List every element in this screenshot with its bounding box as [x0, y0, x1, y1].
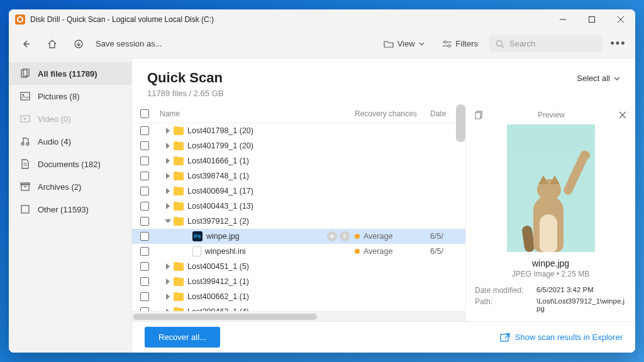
preview-header: Preview [475, 111, 626, 119]
row-checkbox[interactable] [136, 262, 153, 271]
back-button[interactable] [15, 33, 36, 55]
view-dropdown[interactable]: View [377, 35, 431, 52]
expand-caret-icon[interactable] [166, 278, 170, 285]
table-rows: Lost401798_1 (20) Lost401799_1 (20) Lost… [132, 123, 465, 311]
sidebar-item-documents[interactable]: Documents (182) [9, 153, 131, 175]
more-button[interactable]: ••• [608, 37, 629, 50]
preview-close-button[interactable] [619, 111, 626, 119]
col-name[interactable]: Name [153, 109, 355, 118]
preview-meta: JPEG Image • 2.25 MB [475, 270, 626, 278]
maximize-button[interactable] [577, 9, 606, 30]
main-header: Quick Scan 11789 files / 2.65 GB Select … [132, 58, 635, 104]
sidebar-item-label: Audio (4) [38, 137, 71, 146]
expand-caret-icon[interactable] [166, 173, 170, 179]
row-name: Lost400443_1 (13) [153, 202, 355, 211]
sidebar-item-video[interactable]: Video (0) [9, 107, 131, 130]
minimize-button[interactable] [548, 9, 577, 30]
eye-badge-icon: 👁 [327, 231, 337, 241]
file-table: Name Recovery chances Date Lost401798_1 … [132, 104, 465, 321]
filters-button[interactable]: Filters [436, 35, 484, 52]
ini-file-icon [192, 246, 201, 256]
row-checkbox[interactable] [136, 141, 153, 150]
row-name: Lost397912_1 (2) [153, 217, 355, 226]
folder-icon [174, 187, 184, 195]
video-icon [20, 114, 30, 124]
table-row[interactable]: Lost401799_1 (20) [132, 138, 465, 153]
sidebar-item-archives[interactable]: Archives (2) [9, 175, 131, 198]
expand-caret-icon[interactable] [165, 219, 171, 223]
expand-caret-icon[interactable] [166, 203, 170, 209]
expand-caret-icon[interactable] [166, 128, 170, 134]
home-button[interactable] [42, 33, 63, 55]
svg-point-10 [497, 40, 502, 46]
table-row[interactable]: Pswinpe.jpg👁# Average 6/5/ [132, 229, 465, 244]
col-recovery[interactable]: Recovery chances [355, 109, 430, 118]
sidebar-item-pictures[interactable]: Pictures (8) [9, 85, 131, 107]
close-button[interactable] [606, 9, 635, 30]
row-checkbox[interactable] [136, 156, 153, 165]
row-checkbox[interactable] [136, 202, 153, 211]
table-row[interactable]: Lost400451_1 (5) [132, 259, 465, 274]
sidebar-item-all-files[interactable]: All files (11789) [9, 62, 131, 85]
row-checkbox[interactable] [136, 217, 153, 226]
table-row[interactable]: winpeshl.ini Average 6/5/ [132, 244, 465, 259]
table-row[interactable]: Lost400662_1 (1) [132, 289, 465, 304]
audio-icon [20, 136, 30, 146]
svg-point-17 [21, 143, 24, 145]
table-row[interactable]: Lost400694_1 (17) [132, 184, 465, 199]
folder-icon [174, 263, 184, 271]
row-label: Lost399412_1 (1) [187, 277, 249, 286]
row-name: Lost399412_1 (1) [153, 277, 355, 286]
svg-rect-29 [501, 334, 508, 341]
picture-icon [20, 91, 30, 101]
table-row[interactable]: Lost398748_1 (1) [132, 168, 465, 184]
save-session-label[interactable]: Save session as... [96, 39, 162, 48]
copy-icon[interactable] [475, 111, 484, 119]
row-date: 6/5/ [430, 232, 465, 241]
hash-badge-icon: # [340, 231, 350, 241]
row-label: Lost397912_1 (2) [187, 217, 249, 226]
row-checkbox[interactable] [136, 292, 153, 301]
sidebar-item-audio[interactable]: Audio (4) [9, 130, 131, 153]
svg-line-11 [502, 45, 504, 48]
expand-caret-icon[interactable] [166, 143, 170, 149]
expand-caret-icon[interactable] [166, 158, 170, 164]
table-row[interactable]: Lost400443_1 (13) [132, 199, 465, 214]
row-name: Lost400662_1 (1) [153, 292, 355, 301]
search-icon [496, 40, 504, 48]
vertical-scrollbar[interactable] [456, 104, 465, 142]
header-checkbox[interactable] [136, 109, 153, 118]
row-badges: 👁# [327, 231, 350, 241]
row-checkbox[interactable] [136, 247, 153, 256]
expand-caret-icon[interactable] [166, 293, 170, 300]
show-in-explorer-label: Show scan results in Explorer [515, 332, 623, 342]
svg-rect-24 [21, 206, 29, 213]
row-checkbox[interactable] [136, 126, 153, 135]
row-checkbox[interactable] [136, 232, 153, 241]
preview-filename: winpe.jpg [475, 258, 626, 268]
table-row[interactable]: Lost401666_1 (1) [132, 153, 465, 168]
sliders-icon [442, 40, 452, 48]
table-row[interactable]: Lost401798_1 (20) [132, 123, 465, 138]
search-input[interactable]: Search [489, 35, 602, 52]
expand-caret-icon[interactable] [166, 188, 170, 194]
sidebar-item-other[interactable]: Other (11593) [9, 198, 131, 221]
row-checkbox[interactable] [136, 277, 153, 286]
row-date: 6/5/ [430, 247, 465, 256]
show-in-explorer-link[interactable]: Show scan results in Explorer [500, 332, 623, 342]
row-checkbox[interactable] [136, 187, 153, 195]
folder-icon [174, 293, 184, 301]
recover-all-button[interactable]: Recover all... [145, 327, 220, 348]
sidebar-item-label: Archives (2) [38, 182, 81, 192]
row-checkbox[interactable] [136, 172, 153, 180]
expand-caret-icon[interactable] [166, 263, 170, 270]
save-session-icon[interactable] [68, 33, 89, 55]
horizontal-scrollbar[interactable] [132, 311, 465, 321]
table-row[interactable]: Lost399463_1 (4) [132, 304, 465, 311]
row-recovery: Average [355, 247, 430, 256]
svg-rect-1 [589, 17, 595, 23]
table-row[interactable]: Lost397912_1 (2) [132, 214, 465, 229]
select-all-button[interactable]: Select all [577, 74, 620, 83]
row-name: Lost401799_1 (20) [153, 141, 355, 150]
table-row[interactable]: Lost399412_1 (1) [132, 274, 465, 289]
